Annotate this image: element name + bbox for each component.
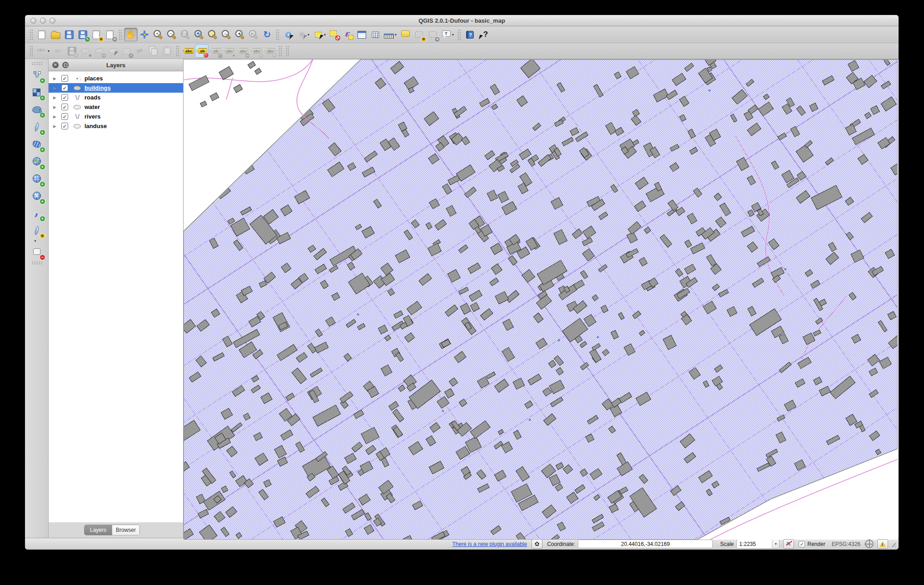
add-spatialite-layer-icon[interactable]: + bbox=[29, 119, 45, 134]
scale-combo[interactable]: 1:2235 ▼ bbox=[736, 539, 780, 549]
copy-features-icon bbox=[147, 44, 160, 58]
add-postgis-layer-icon[interactable]: + bbox=[29, 102, 45, 117]
layer-visibility-checkbox[interactable]: ✓ bbox=[61, 113, 68, 120]
toolbar-handle[interactable] bbox=[457, 29, 461, 40]
identify-features-icon[interactable]: i bbox=[281, 28, 295, 41]
log-messages-icon[interactable] bbox=[877, 539, 888, 549]
render-checkbox[interactable]: ✓ bbox=[799, 541, 805, 547]
layer-row-water[interactable]: ▶✓water bbox=[49, 102, 183, 112]
plus-badge-icon: + bbox=[40, 113, 45, 118]
layer-row-buildings[interactable]: ▶✓buildings bbox=[49, 83, 183, 93]
toolbar-handle[interactable] bbox=[31, 261, 42, 265]
open-project-icon[interactable] bbox=[49, 28, 62, 41]
pan-to-selection-icon[interactable] bbox=[138, 28, 151, 41]
pin-badge-icon bbox=[204, 53, 209, 58]
new-project-icon[interactable] bbox=[35, 28, 49, 41]
crs-status-icon[interactable] bbox=[865, 540, 874, 548]
toolbar-handle[interactable] bbox=[31, 62, 42, 65]
zoom-full-icon[interactable]: ✚ bbox=[192, 28, 206, 41]
toolbar-handle[interactable] bbox=[119, 29, 122, 40]
save-project-icon[interactable] bbox=[62, 28, 76, 41]
labeling-icon[interactable]: abc bbox=[181, 44, 195, 58]
refresh-icon[interactable]: ↻ bbox=[260, 28, 274, 41]
text-annotation-icon[interactable]: T bbox=[439, 28, 453, 41]
map-canvas[interactable] bbox=[184, 59, 898, 540]
layer-type-icon bbox=[73, 114, 82, 119]
new-shapefile-layer-icon[interactable]: ✱ bbox=[29, 223, 45, 238]
add-wms-layer-icon[interactable]: + bbox=[29, 154, 45, 169]
add-mssql-layer-icon[interactable]: + bbox=[29, 136, 45, 152]
help-contents-icon[interactable]: ? bbox=[463, 28, 477, 41]
toolbar-handle[interactable] bbox=[30, 45, 33, 56]
tab-layers[interactable]: Layers bbox=[84, 525, 112, 535]
map-tips-icon[interactable] bbox=[398, 28, 412, 41]
remove-layer-icon[interactable]: − bbox=[29, 244, 45, 259]
expand-arrow-icon[interactable]: ▶ bbox=[53, 95, 58, 100]
zoom-next-icon: ▶ bbox=[247, 28, 260, 41]
plugin-manager-icon[interactable]: ✿ bbox=[532, 539, 542, 549]
zoom-to-selection-icon[interactable] bbox=[206, 28, 219, 41]
star-badge-icon: ✱ bbox=[40, 233, 45, 238]
layer-type-icon bbox=[73, 94, 82, 100]
expand-arrow-icon[interactable]: ▶ bbox=[53, 105, 58, 109]
qgis-window: QGIS 2.0.1-Dufour - basic_map ✎✱✛✋+−1:1✚… bbox=[25, 15, 899, 550]
expand-arrow-icon[interactable]: ▶ bbox=[53, 76, 58, 81]
manage-layers-toolbar: +++++++V+,+✱▾− bbox=[25, 59, 49, 538]
layer-name: places bbox=[84, 75, 103, 82]
tab-browser[interactable]: Browser bbox=[112, 525, 139, 535]
add-feature-icon: ✱ bbox=[79, 44, 92, 58]
toolbar-handle[interactable] bbox=[176, 45, 179, 56]
add-vector-layer-icon[interactable]: + bbox=[29, 67, 45, 83]
show-bookmarks-icon[interactable]: ✛ bbox=[426, 28, 439, 41]
add-raster-layer-icon[interactable]: + bbox=[29, 84, 45, 100]
composer-manager-icon[interactable]: ✛ bbox=[103, 28, 117, 41]
scale-dropdown-icon[interactable]: ▼ bbox=[772, 540, 779, 548]
zoom-out-icon[interactable]: − bbox=[165, 28, 179, 41]
plus-badge-icon: + bbox=[40, 147, 45, 152]
resize-grip[interactable] bbox=[890, 541, 896, 547]
zoom-in-icon[interactable]: + bbox=[151, 28, 165, 41]
layer-visibility-checkbox[interactable]: ✓ bbox=[61, 94, 68, 101]
new-plugin-link[interactable]: There is a new plugin available bbox=[452, 541, 527, 547]
layer-visibility-checkbox[interactable]: ✓ bbox=[61, 84, 68, 91]
new-bookmark-icon[interactable]: ✱ bbox=[412, 28, 426, 41]
toolbar-handle[interactable] bbox=[286, 45, 289, 56]
toolbar-handle[interactable] bbox=[276, 29, 279, 40]
layer-visibility-checkbox[interactable]: ✓ bbox=[61, 75, 68, 82]
add-delimited-text-layer-icon[interactable]: ,+ bbox=[29, 205, 45, 221]
toolbar-handle[interactable] bbox=[30, 29, 33, 40]
field-calculator-icon[interactable] bbox=[368, 28, 382, 41]
expand-arrow-icon[interactable]: ▶ bbox=[53, 114, 58, 119]
select-features-icon[interactable] bbox=[311, 28, 325, 41]
expand-arrow-icon[interactable]: ▶ bbox=[53, 124, 58, 129]
layer-row-places[interactable]: ▶✓places bbox=[49, 74, 183, 83]
pin-unpin-labels-icon[interactable]: ab bbox=[195, 44, 209, 58]
digitizing-label-toolbar: ✏✏▾✏✎✱→✕✂abcabababcabc→abc↻abc✎ bbox=[25, 43, 899, 59]
deselect-features-icon[interactable] bbox=[328, 28, 341, 41]
layer-visibility-checkbox[interactable]: ✓ bbox=[61, 104, 68, 110]
coordinate-input[interactable] bbox=[578, 540, 713, 548]
zoom-last-icon[interactable]: ◀ bbox=[233, 28, 247, 41]
add-wfs-layer-icon[interactable]: V+ bbox=[29, 188, 45, 203]
select-by-expression-icon[interactable]: ε bbox=[341, 28, 355, 41]
toolbar-handle[interactable] bbox=[278, 45, 282, 56]
main-toolbar: ✎✱✛✋+−1:1✚▫◀▶↻i✱▾▾ε▾✱✛T▾?? bbox=[25, 26, 899, 43]
dropdown-arrow-icon[interactable]: ▾ bbox=[35, 239, 38, 243]
layer-row-roads[interactable]: ▶✓roads bbox=[49, 93, 183, 102]
expand-arrow-icon[interactable]: ▶ bbox=[53, 86, 58, 90]
save-project-as-icon[interactable]: ✎ bbox=[76, 28, 89, 41]
layer-row-rivers[interactable]: ▶✓rivers bbox=[49, 112, 183, 121]
layer-visibility-checkbox[interactable]: ✓ bbox=[61, 123, 68, 129]
whats-this-icon[interactable]: ? bbox=[477, 28, 490, 41]
layer-row-landuse[interactable]: ▶✓landuse bbox=[49, 121, 183, 131]
measure-icon[interactable] bbox=[382, 28, 396, 41]
coordinate-label: Coordinate: bbox=[547, 541, 575, 547]
new-print-composer-icon[interactable]: ✱ bbox=[89, 28, 103, 41]
add-wcs-layer-icon[interactable]: + bbox=[29, 171, 45, 186]
stop-render-icon[interactable]: ✎ bbox=[783, 539, 794, 549]
zoom-to-layer-icon[interactable]: ▫ bbox=[219, 28, 233, 41]
run-feature-action-icon: ✱ bbox=[295, 28, 308, 41]
attribute-table-icon[interactable] bbox=[355, 28, 368, 41]
pan-map-icon[interactable]: ✋ bbox=[124, 28, 138, 41]
layer-type-icon bbox=[73, 86, 82, 90]
